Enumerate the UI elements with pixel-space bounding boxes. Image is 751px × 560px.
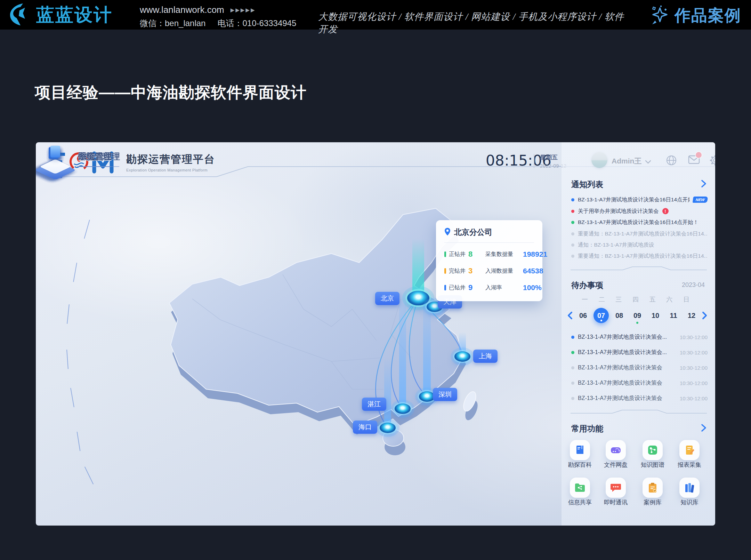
portfolio-link[interactable]: 作品案例 xyxy=(651,5,741,26)
drive-icon xyxy=(610,445,622,456)
func-report-collection[interactable] xyxy=(679,440,700,460)
func-case-library[interactable] xyxy=(643,478,663,498)
stat-drilling-done: 已钻井 9 xyxy=(444,280,485,296)
nav-connector xyxy=(73,263,77,282)
status-dot xyxy=(571,243,574,247)
platform-name: 勘探运营管理平台 xyxy=(126,152,215,167)
arrows-decoration: ▶▶▶▶▶ xyxy=(231,7,256,13)
notification-item[interactable]: BZ-13-1-A7井测试地质设计决策会16日14点开始！ xyxy=(571,218,708,227)
nav-connector xyxy=(77,432,81,451)
lanlan-logo[interactable]: 蓝蓝设计 xyxy=(9,3,113,27)
system-icon xyxy=(36,142,75,176)
website-url[interactable]: www.lanlanwork.com xyxy=(140,5,224,15)
brand-name: 蓝蓝设计 xyxy=(36,3,113,27)
contact-block: www.lanlanwork.com ▶▶▶▶▶ 微信：ben_lanlan 电… xyxy=(140,5,296,29)
functions-more-arrow-icon[interactable] xyxy=(701,424,706,432)
city-label-zhanjiang[interactable]: 湛江 xyxy=(362,398,386,411)
status-dot xyxy=(571,366,574,369)
city-marker-zhanjiang[interactable] xyxy=(395,403,411,414)
clipboard-icon xyxy=(647,482,658,493)
func-info-sharing[interactable] xyxy=(570,478,590,498)
status-dot xyxy=(571,210,574,213)
status-dot xyxy=(571,336,574,339)
todo-item[interactable]: BZ-13-1-A7井测试地质设计决策会... 10:30-12:00 xyxy=(571,332,708,342)
todo-item[interactable]: BZ-13-1-A7井测试地质设计决策会 10:30-12:00 xyxy=(571,393,708,403)
stat-lake-rate: 入湖率 100% xyxy=(485,280,547,296)
status-dot xyxy=(571,232,574,235)
phone-info: 电话：010-63334945 xyxy=(217,18,296,29)
portfolio-label: 作品案例 xyxy=(675,5,741,26)
city-marker-beijing[interactable] xyxy=(407,291,429,305)
platform-name-en: Exploration Operation Management Platfor… xyxy=(126,168,215,172)
city-marker-haikou[interactable] xyxy=(380,423,396,433)
stat-drilling-active: 正钻井 8 xyxy=(444,246,485,262)
func-file-drive[interactable] xyxy=(606,440,626,460)
calendar-dates: 06 07 08 09 10 11 12 xyxy=(567,308,708,323)
sidebar-item-system-management[interactable]: 系统管理 xyxy=(36,142,112,176)
status-dot xyxy=(571,351,574,354)
status-dot xyxy=(571,382,574,385)
folder-share-icon xyxy=(574,482,586,493)
calendar-day[interactable]: 08 xyxy=(612,308,627,323)
haikou-beam xyxy=(384,348,391,429)
graph-icon xyxy=(647,445,658,456)
popup-divider xyxy=(444,242,534,243)
todo-month: 2023-04 xyxy=(682,281,705,289)
clock-separator xyxy=(534,154,534,168)
nav-connector xyxy=(66,350,68,369)
nav-connector xyxy=(67,304,70,324)
todo-item[interactable]: BZ-13-1-A7井测试地质设计决策会 10:30-12:00 xyxy=(571,363,708,373)
notifications-more-arrow-icon[interactable] xyxy=(701,180,706,187)
right-panel: 通知列表 BZ-13-1-A7井测试地质设计决策会16日14点开始 NEW 关于… xyxy=(562,142,715,526)
city-label-shenzhen[interactable]: 深圳 xyxy=(433,388,457,401)
notification-item[interactable]: 关于用举办井测试地质设计决策会 ! xyxy=(571,207,708,216)
location-pin-icon xyxy=(444,227,451,237)
wechat-info: 微信：ben_lanlan xyxy=(140,18,205,29)
stat-lake-data: 入湖数据量 64538 xyxy=(485,263,547,279)
todo-title: 待办事项 xyxy=(571,280,603,291)
functions-title: 常用功能 xyxy=(571,423,603,434)
map-land xyxy=(169,208,478,446)
notification-item[interactable]: 通知：BZ-13-1-A7井测试地质设 xyxy=(571,240,708,249)
notification-item[interactable]: 重要通知：BZ-13-1-A7井测试地质设计决策会16日14... xyxy=(571,229,708,238)
calendar-day-selected[interactable]: 07 xyxy=(593,308,609,323)
todo-item[interactable]: BZ-13-1-A7井测试地质设计决策会... 10:30-12:00 xyxy=(571,347,708,357)
stat-bar xyxy=(444,285,446,290)
top-bar: 蓝蓝设计 www.lanlanwork.com ▶▶▶▶▶ 微信：ben_lan… xyxy=(0,0,751,30)
stat-bar xyxy=(444,268,446,274)
func-exploration-wiki[interactable] xyxy=(570,440,590,460)
section-divider xyxy=(571,409,707,414)
nav-connector xyxy=(70,388,74,407)
city-label-haikou[interactable]: 海口 xyxy=(353,421,377,434)
calendar-day[interactable]: 09 xyxy=(630,308,645,323)
status-dot xyxy=(571,221,574,224)
city-label-shanghai[interactable]: 上海 xyxy=(473,350,498,363)
lanlan-logo-icon xyxy=(9,3,31,27)
calendar-prev-icon[interactable] xyxy=(567,311,573,320)
book-icon xyxy=(574,445,586,456)
stat-collected-data: 采集数据量 198921 xyxy=(485,246,547,262)
city-label-beijing[interactable]: 北京 xyxy=(375,292,399,305)
status-dot xyxy=(571,198,574,201)
notification-item[interactable]: BZ-13-1-A7井测试地质设计决策会16日14点开始 NEW xyxy=(571,195,708,204)
stat-bar xyxy=(444,251,446,257)
func-knowledge-graph[interactable] xyxy=(643,440,663,460)
branch-name: 北京分公司 xyxy=(454,227,492,238)
section-divider xyxy=(571,266,707,271)
zhanjiang-beam xyxy=(399,270,406,410)
branch-popup-card: 北京分公司 正钻井 8 采集数据量 198921 完钻井 3 入湖数据量 645… xyxy=(436,220,542,301)
func-instant-messaging[interactable] xyxy=(606,478,626,498)
notification-item[interactable]: 重要通知：BZ-13-1-A7井测试地质设计决策会16日14... xyxy=(571,251,708,261)
calendar-weekdays: 一 二 三 四 五 六 日 xyxy=(580,295,692,304)
todo-item[interactable]: BZ-13-1-A7井测试地质设计决策会 10:30-12:00 xyxy=(571,378,708,388)
calendar-day[interactable]: 11 xyxy=(666,308,681,323)
books-icon xyxy=(684,482,695,493)
beijing-beam xyxy=(412,232,424,299)
city-marker-shanghai[interactable] xyxy=(454,351,470,362)
report-icon xyxy=(684,445,695,456)
calendar-day[interactable]: 12 xyxy=(684,308,699,323)
calendar-day[interactable]: 10 xyxy=(648,308,663,323)
func-knowledge-base[interactable] xyxy=(679,478,700,498)
calendar-day[interactable]: 06 xyxy=(575,308,591,323)
calendar-next-icon[interactable] xyxy=(702,311,708,320)
